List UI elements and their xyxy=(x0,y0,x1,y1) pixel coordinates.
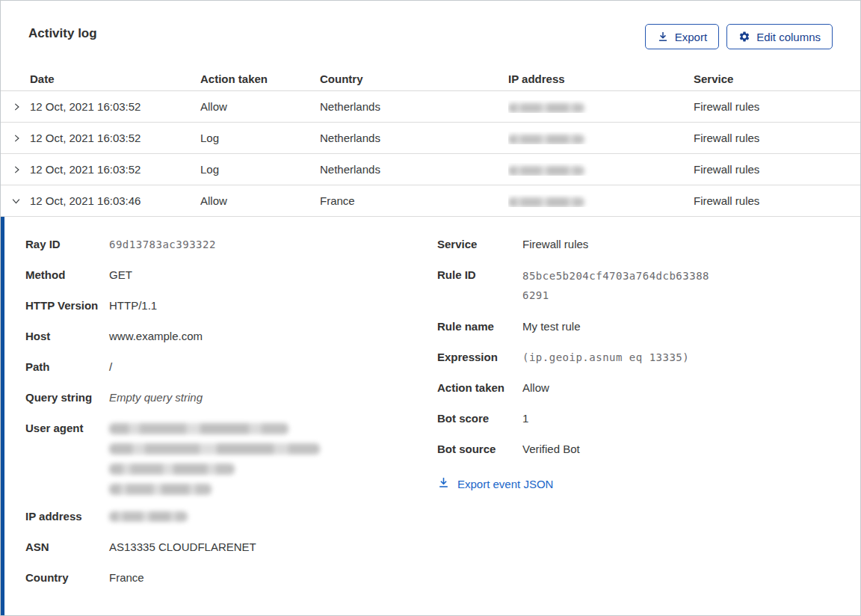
detail-row-user-agent: User agent xyxy=(25,419,437,495)
asn-value: AS13335 CLOUDFLARENET xyxy=(109,538,256,556)
redacted-ip-value xyxy=(508,135,584,144)
topbar: Activity log Export Edit columns xyxy=(1,1,860,67)
cell-action: Allow xyxy=(200,194,320,207)
detail-row-service: Service Firewall rules xyxy=(437,235,860,253)
cell-action: Allow xyxy=(200,100,320,113)
gear-icon xyxy=(738,31,750,43)
cell-date: 12 Oct, 2021 16:03:52 xyxy=(30,163,200,176)
detail-row-path: Path / xyxy=(25,358,437,376)
expression-value: (ip.geoip.asnum eq 13335) xyxy=(522,348,689,366)
cell-country: France xyxy=(320,194,508,207)
cell-date: 12 Oct, 2021 16:03:52 xyxy=(30,132,200,144)
service-value: Firewall rules xyxy=(522,235,588,253)
column-header-country: Country xyxy=(320,73,508,85)
cell-action: Log xyxy=(200,163,320,176)
chevron-right-icon[interactable] xyxy=(1,102,30,112)
cell-service: Firewall rules xyxy=(694,194,860,207)
table-row[interactable]: 12 Oct, 2021 16:03:52 Log Netherlands Fi… xyxy=(1,154,860,185)
detail-row-country: Country France xyxy=(25,569,437,587)
chevron-right-icon[interactable] xyxy=(1,164,30,175)
cell-service: Firewall rules xyxy=(694,132,860,144)
event-detail-panel: Ray ID 69d13783ac393322 Method GET HTTP … xyxy=(1,217,860,615)
rule-id-value: 85bce5b204cf4703a764dcb633886291 xyxy=(522,266,714,305)
table-row[interactable]: 12 Oct, 2021 16:03:52 Log Netherlands Fi… xyxy=(1,123,860,154)
cell-service: Firewall rules xyxy=(694,100,860,113)
http-version-value: HTTP/1.1 xyxy=(109,297,157,315)
detail-row-rule-name: Rule name My test rule xyxy=(437,318,860,336)
bot-score-value: 1 xyxy=(522,410,528,428)
action-taken-value: Allow xyxy=(522,379,549,397)
detail-row-query-string: Query string Empty query string xyxy=(25,389,437,407)
host-value: www.example.com xyxy=(109,327,203,345)
detail-row-ip-address: IP address xyxy=(25,508,437,526)
detail-row-expression: Expression (ip.geoip.asnum eq 13335) xyxy=(437,348,860,366)
table-row[interactable]: 12 Oct, 2021 16:03:52 Allow Netherlands … xyxy=(1,91,860,123)
detail-row-bot-score: Bot score 1 xyxy=(437,410,860,428)
detail-row-http-version: HTTP Version HTTP/1.1 xyxy=(25,297,437,315)
path-value: / xyxy=(109,358,112,376)
ray-id-value: 69d13783ac393322 xyxy=(109,235,216,253)
redacted-ip-value xyxy=(508,103,584,113)
detail-row-action-taken: Action taken Allow xyxy=(437,379,860,397)
table-header: Date Action taken Country IP address Ser… xyxy=(1,67,860,91)
cell-country: Netherlands xyxy=(320,100,508,113)
query-string-value: Empty query string xyxy=(109,389,203,407)
detail-row-bot-source: Bot source Verified Bot xyxy=(437,440,860,458)
export-event-json-label: Export event JSON xyxy=(457,478,553,490)
chevron-right-icon[interactable] xyxy=(1,133,30,144)
bot-source-value: Verified Bot xyxy=(522,440,580,458)
edit-columns-button-label: Edit columns xyxy=(756,31,821,43)
country-value: France xyxy=(109,569,144,587)
redacted-ip-value xyxy=(109,511,188,522)
detail-left-column: Ray ID 69d13783ac393322 Method GET HTTP … xyxy=(25,235,437,615)
detail-row-ray-id: Ray ID 69d13783ac393322 xyxy=(25,235,437,253)
export-button-label: Export xyxy=(675,31,707,43)
detail-row-rule-id: Rule ID 85bce5b204cf4703a764dcb633886291 xyxy=(437,266,860,305)
cell-country: Netherlands xyxy=(320,163,508,176)
column-header-service: Service xyxy=(694,73,860,85)
column-header-date: Date xyxy=(30,73,200,85)
detail-row-asn: ASN AS13335 CLOUDFLARENET xyxy=(25,538,437,556)
redacted-ip-value xyxy=(508,197,584,207)
detail-row-host: Host www.example.com xyxy=(25,327,437,345)
column-header-action: Action taken xyxy=(200,73,320,85)
rule-name-value: My test rule xyxy=(522,318,581,336)
export-event-json-link[interactable]: Export event JSON xyxy=(437,476,553,491)
page-title: Activity log xyxy=(28,26,97,41)
detail-row-method: Method GET xyxy=(25,266,437,284)
download-icon xyxy=(657,31,669,43)
redacted-user-agent-value xyxy=(109,419,320,495)
cell-date: 12 Oct, 2021 16:03:52 xyxy=(30,100,200,113)
cell-service: Firewall rules xyxy=(694,163,860,176)
edit-columns-button[interactable]: Edit columns xyxy=(726,24,833,49)
redacted-ip-value xyxy=(508,166,584,176)
chevron-down-icon[interactable] xyxy=(1,195,30,206)
detail-right-column: Service Firewall rules Rule ID 85bce5b20… xyxy=(437,235,860,615)
cell-country: Netherlands xyxy=(320,132,508,144)
cell-action: Log xyxy=(200,132,320,144)
download-icon xyxy=(437,476,450,491)
activity-log-page: Activity log Export Edit columns xyxy=(0,0,861,616)
method-value: GET xyxy=(109,266,132,284)
toolbar-actions: Export Edit columns xyxy=(645,24,833,49)
column-header-ip: IP address xyxy=(508,73,694,85)
export-button[interactable]: Export xyxy=(645,24,719,49)
cell-date: 12 Oct, 2021 16:03:46 xyxy=(30,194,200,207)
table-row-expanded[interactable]: 12 Oct, 2021 16:03:46 Allow France Firew… xyxy=(1,185,860,217)
